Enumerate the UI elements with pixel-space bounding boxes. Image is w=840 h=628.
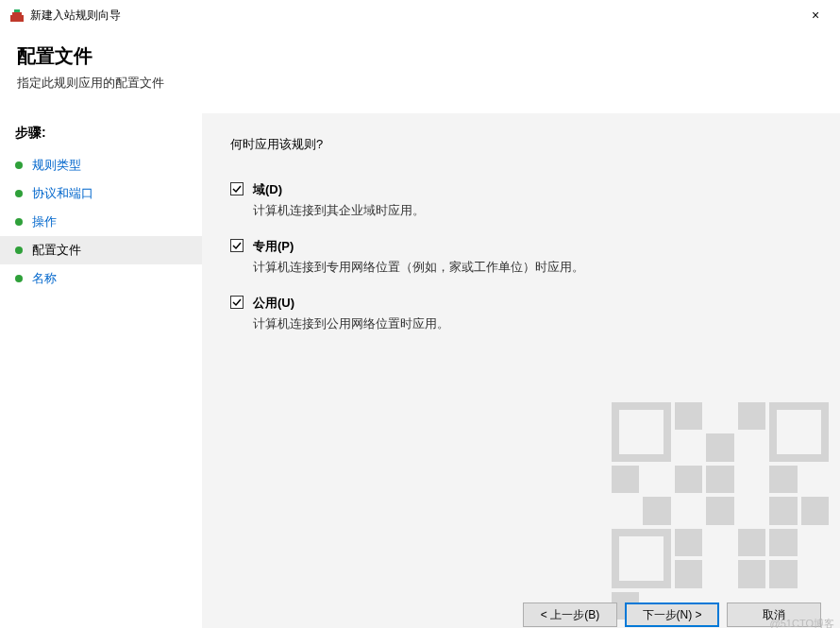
page-subtitle: 指定此规则应用的配置文件: [17, 75, 823, 92]
step-profile[interactable]: 配置文件: [0, 236, 202, 264]
step-rule-type[interactable]: 规则类型: [0, 151, 202, 179]
checkbox-domain[interactable]: [230, 182, 244, 195]
checkbox-public[interactable]: [230, 296, 244, 309]
bullet-icon: [15, 218, 23, 226]
option-text: 域(D) 计算机连接到其企业域时应用。: [253, 181, 812, 219]
wizard-body: 步骤: 规则类型 协议和端口 操作 配置文件 名称 何时应用该规则?: [0, 112, 840, 628]
option-label: 域(D): [253, 181, 812, 198]
svg-rect-0: [10, 15, 24, 22]
step-name[interactable]: 名称: [0, 264, 202, 293]
question-text: 何时应用该规则?: [230, 136, 812, 153]
step-label: 配置文件: [32, 242, 81, 259]
check-icon: [232, 297, 242, 307]
qr-watermark: [612, 402, 829, 620]
steps-heading: 步骤:: [0, 121, 202, 151]
step-label: 名称: [32, 270, 57, 287]
bullet-icon: [15, 275, 23, 282]
bullet-icon: [15, 246, 23, 254]
back-button[interactable]: < 上一步(B): [523, 603, 617, 627]
check-icon: [232, 184, 242, 194]
step-protocol-ports[interactable]: 协议和端口: [0, 179, 202, 208]
checkbox-private[interactable]: [230, 239, 244, 252]
app-icon: [9, 8, 25, 23]
option-private: 专用(P) 计算机连接到专用网络位置（例如，家或工作单位）时应用。: [230, 238, 812, 276]
bullet-icon: [15, 190, 23, 197]
wizard-header: 配置文件 指定此规则应用的配置文件: [0, 30, 840, 112]
main-panel: 何时应用该规则? 域(D) 计算机连接到其企业域时应用。 专用(P) 计算机连接…: [202, 113, 840, 628]
next-button[interactable]: 下一步(N) >: [625, 603, 719, 627]
option-label: 专用(P): [253, 238, 812, 255]
option-domain: 域(D) 计算机连接到其企业域时应用。: [230, 181, 812, 219]
svg-rect-1: [12, 12, 22, 15]
page-title: 配置文件: [17, 43, 823, 69]
titlebar: 新建入站规则向导 ×: [0, 0, 840, 30]
option-text: 专用(P) 计算机连接到专用网络位置（例如，家或工作单位）时应用。: [253, 238, 812, 276]
option-desc: 计算机连接到专用网络位置（例如，家或工作单位）时应用。: [253, 259, 812, 276]
step-label: 规则类型: [32, 157, 81, 174]
svg-rect-2: [14, 9, 20, 12]
profile-options: 域(D) 计算机连接到其企业域时应用。 专用(P) 计算机连接到专用网络位置（例…: [230, 181, 812, 332]
option-public: 公用(U) 计算机连接到公用网络位置时应用。: [230, 295, 812, 332]
option-desc: 计算机连接到其企业域时应用。: [253, 202, 812, 219]
window-title: 新建入站规则向导: [30, 8, 800, 24]
bullet-icon: [15, 161, 23, 169]
option-text: 公用(U) 计算机连接到公用网络位置时应用。: [253, 295, 812, 332]
check-icon: [232, 241, 242, 250]
step-action[interactable]: 操作: [0, 208, 202, 236]
step-label: 协议和端口: [32, 185, 93, 202]
option-desc: 计算机连接到公用网络位置时应用。: [253, 315, 812, 332]
option-label: 公用(U): [253, 295, 812, 312]
steps-sidebar: 步骤: 规则类型 协议和端口 操作 配置文件 名称: [0, 113, 202, 628]
watermark-text: @51CTO博客: [770, 617, 834, 628]
step-label: 操作: [32, 213, 57, 230]
close-icon[interactable]: ×: [800, 4, 831, 26]
